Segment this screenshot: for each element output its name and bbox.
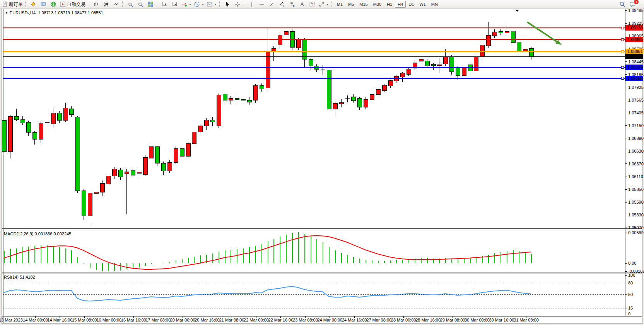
timeframe-M5[interactable]: M5 bbox=[345, 1, 357, 8]
price-tick-label: 1.08445 bbox=[628, 60, 644, 64]
trendline-button[interactable] bbox=[267, 0, 277, 9]
toolbar-grip bbox=[244, 2, 246, 7]
timeframe-H4[interactable]: H4 bbox=[395, 1, 406, 8]
line-handle[interactable] bbox=[621, 38, 624, 41]
timeframe-W1[interactable]: W1 bbox=[417, 1, 429, 8]
time-label: 14 Mar 00:00 bbox=[23, 318, 48, 322]
price-tick-label: 1.07665 bbox=[628, 98, 644, 102]
line-handle[interactable] bbox=[621, 77, 624, 80]
cursor-icon bbox=[224, 1, 231, 7]
chart-window[interactable] bbox=[2, 9, 642, 323]
candle bbox=[407, 69, 411, 74]
auto-scroll-button[interactable] bbox=[160, 0, 170, 9]
text-label-button[interactable]: T bbox=[307, 0, 317, 9]
candle bbox=[75, 117, 80, 191]
zoom-out-button[interactable] bbox=[135, 0, 145, 9]
text-button[interactable]: A bbox=[297, 0, 307, 9]
chevron-down-icon: ▼ bbox=[189, 3, 191, 6]
candle bbox=[106, 176, 110, 184]
tile-windows-button[interactable] bbox=[145, 0, 155, 9]
time-label: 24 Mar 16:00 bbox=[342, 318, 367, 322]
notifications-button[interactable]: 1 bbox=[627, 0, 637, 9]
periods-button[interactable]: ▼ bbox=[193, 0, 205, 9]
charts-button[interactable] bbox=[28, 0, 38, 9]
rsi-tick-label: 50 bbox=[628, 292, 633, 297]
candlestick-chart-button[interactable] bbox=[101, 0, 111, 9]
price-tick-label: 1.05590 bbox=[628, 200, 644, 204]
timeframe-H1[interactable]: H1 bbox=[384, 1, 395, 8]
candle bbox=[118, 170, 123, 177]
fibonacci-button[interactable]: F bbox=[287, 0, 297, 9]
crosshair-button[interactable] bbox=[232, 0, 243, 9]
time-label: 29 Mar 08:00 bbox=[440, 318, 465, 322]
price-tick-label: 1.05070 bbox=[628, 225, 644, 230]
signals-button[interactable] bbox=[48, 0, 58, 9]
price-line-badge-label: 1.09130 bbox=[627, 26, 643, 30]
candle bbox=[51, 113, 55, 124]
timeframe-M1[interactable]: M1 bbox=[334, 1, 345, 8]
time-label: 28 Mar 16:00 bbox=[415, 318, 441, 322]
time-label: 16 Mar 00:00 bbox=[96, 318, 121, 322]
candle bbox=[32, 132, 37, 139]
arrows-button[interactable]: ▼ bbox=[317, 0, 330, 9]
candle bbox=[217, 95, 221, 126]
candle bbox=[425, 61, 429, 66]
trendline-icon bbox=[269, 1, 275, 7]
chevron-down-icon: ▼ bbox=[326, 3, 329, 6]
chart-shift-button[interactable] bbox=[170, 0, 180, 9]
time-label: 28 Mar 00:00 bbox=[391, 318, 416, 322]
vertical-line-icon bbox=[249, 1, 255, 7]
timeframe-M15[interactable]: M15 bbox=[357, 1, 370, 8]
time-label: 13 Mar 2023 bbox=[0, 318, 23, 322]
price-line-badge-label: 1.08551 bbox=[627, 54, 643, 59]
line-chart-icon bbox=[113, 1, 119, 7]
time-label: 17 Mar 08:00 bbox=[145, 318, 171, 322]
zoom-in-button[interactable] bbox=[125, 0, 135, 9]
equidistant-channel-button[interactable]: E bbox=[277, 0, 287, 9]
new-order-button[interactable]: 新订单 bbox=[1, 0, 24, 9]
candle bbox=[345, 98, 350, 98]
search-button[interactable] bbox=[617, 0, 627, 9]
line-handle[interactable] bbox=[621, 27, 624, 29]
time-label: 30 Mar 00:00 bbox=[465, 318, 490, 322]
chevron-down-icon: ▼ bbox=[202, 3, 204, 6]
candle bbox=[2, 121, 6, 151]
line-handle[interactable] bbox=[621, 50, 624, 53]
chevron-down-icon: ▼ bbox=[214, 3, 217, 6]
symbol-dropdown-icon[interactable]: ▼ bbox=[5, 11, 8, 15]
candle bbox=[204, 120, 208, 126]
autotrading-button[interactable]: 自动交易 bbox=[58, 0, 87, 9]
candle bbox=[8, 117, 12, 151]
toolbar-grip bbox=[157, 2, 159, 7]
candle bbox=[112, 169, 116, 176]
timeframe-MN[interactable]: MN bbox=[429, 1, 441, 8]
templates-button[interactable]: ▼ bbox=[205, 0, 218, 9]
rsi-tick-label: 100 bbox=[628, 273, 635, 277]
candle bbox=[137, 172, 141, 174]
indicators-button[interactable]: ▼ bbox=[180, 0, 193, 9]
time-label: 22 Mar 16:00 bbox=[268, 318, 294, 322]
template-icon bbox=[207, 1, 213, 7]
timeframe-D1[interactable]: D1 bbox=[406, 1, 417, 8]
candle bbox=[253, 85, 258, 100]
bar-chart-button[interactable] bbox=[91, 0, 101, 9]
vertical-line-button[interactable] bbox=[247, 0, 257, 9]
monitor-icon bbox=[40, 1, 46, 7]
candle bbox=[486, 35, 490, 46]
candle bbox=[167, 162, 172, 171]
line-handle[interactable] bbox=[621, 66, 624, 68]
terminal-button[interactable] bbox=[38, 0, 48, 9]
candle bbox=[437, 65, 441, 65]
bar-chart-icon bbox=[93, 1, 99, 7]
cursor-button[interactable] bbox=[222, 0, 232, 9]
time-label: 27 Mar 08:00 bbox=[366, 318, 391, 322]
new-order-icon bbox=[2, 2, 8, 7]
timeframe-M30[interactable]: M30 bbox=[371, 1, 384, 8]
line-chart-button[interactable] bbox=[111, 0, 121, 9]
candle bbox=[180, 148, 184, 156]
indicators-icon bbox=[181, 1, 187, 7]
candle bbox=[69, 109, 73, 114]
crosshair-icon bbox=[234, 1, 241, 7]
horizontal-line-button[interactable] bbox=[257, 0, 267, 9]
time-label: 22 Mar 00:00 bbox=[244, 318, 269, 322]
